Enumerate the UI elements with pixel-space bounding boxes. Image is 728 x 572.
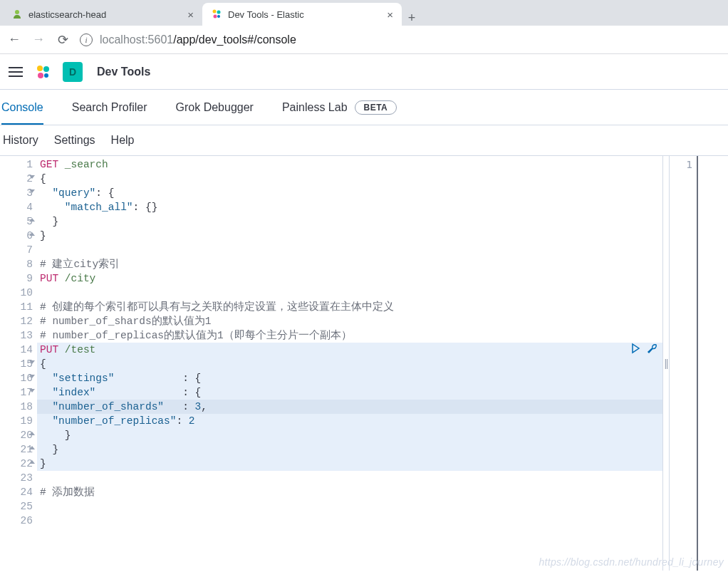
request-pane[interactable]: 1234567891011121314151617181920212223242… <box>0 156 662 571</box>
app-title: Dev Tools <box>97 66 150 78</box>
browser-tab[interactable]: Dev Tools - Elastic × <box>202 3 402 26</box>
svg-point-0 <box>15 10 19 14</box>
svg-point-8 <box>44 73 48 78</box>
beta-badge: BETA <box>355 100 397 115</box>
site-info-icon[interactable]: i <box>80 33 93 46</box>
svg-point-2 <box>217 11 221 14</box>
svg-point-3 <box>214 15 217 19</box>
code-area[interactable]: GET _search{ "query": { "match_all": {} … <box>37 156 662 571</box>
wrench-icon[interactable] <box>647 343 658 358</box>
space-avatar[interactable]: D <box>63 62 83 82</box>
favicon-eshead <box>11 9 23 20</box>
new-tab-button[interactable]: + <box>402 11 422 26</box>
svg-point-7 <box>38 73 43 78</box>
tab-painless-lab[interactable]: Painless Lab BETA <box>282 90 397 125</box>
elastic-logo-icon[interactable] <box>34 63 51 80</box>
menu-icon[interactable] <box>9 67 23 77</box>
tab-search-profiler[interactable]: Search Profiler <box>72 91 147 124</box>
address-bar[interactable]: i localhost:5601/app/dev_tools#/console <box>80 33 296 46</box>
kibana-header: D Dev Tools <box>0 54 728 90</box>
close-icon[interactable]: × <box>187 9 194 21</box>
reload-button[interactable]: ⟳ <box>56 32 70 48</box>
watermark: https://blog.csdn.net/hundred_li_journey <box>539 556 724 568</box>
forward-button[interactable]: → <box>31 32 46 47</box>
response-gutter: 1 <box>670 156 698 571</box>
favicon-elastic <box>211 9 222 20</box>
history-button[interactable]: History <box>3 134 38 147</box>
response-code[interactable] <box>698 156 728 571</box>
tab-grok-debugger[interactable]: Grok Debugger <box>176 91 254 124</box>
back-button[interactable]: ← <box>7 32 21 47</box>
play-icon[interactable] <box>630 343 641 358</box>
url: localhost:5601/app/dev_tools#/console <box>100 33 296 46</box>
svg-point-5 <box>37 66 43 71</box>
settings-button[interactable]: Settings <box>54 134 95 147</box>
line-gutter: 1234567891011121314151617181920212223242… <box>0 156 37 571</box>
console-toolbar: History Settings Help <box>0 125 728 155</box>
svg-point-4 <box>217 15 220 18</box>
close-icon[interactable]: × <box>387 9 393 21</box>
pane-splitter[interactable]: ‖ <box>662 156 670 571</box>
response-pane: 1 <box>670 156 728 571</box>
browser-tabstrip: elasticsearch-head × Dev Tools - Elastic… <box>0 0 728 26</box>
tab-console[interactable]: Console <box>1 91 43 124</box>
devtools-tabs: Console Search Profiler Grok Debugger Pa… <box>0 90 728 125</box>
tab-title: elasticsearch-head <box>28 9 182 20</box>
svg-point-6 <box>43 66 49 72</box>
browser-toolbar: ← → ⟳ i localhost:5601/app/dev_tools#/co… <box>0 26 728 54</box>
request-actions <box>630 343 658 358</box>
tab-title: Dev Tools - Elastic <box>228 9 381 20</box>
svg-point-1 <box>213 10 217 14</box>
help-button[interactable]: Help <box>111 134 135 147</box>
console-editor: 1234567891011121314151617181920212223242… <box>0 155 728 571</box>
browser-tab[interactable]: elasticsearch-head × <box>3 3 202 26</box>
